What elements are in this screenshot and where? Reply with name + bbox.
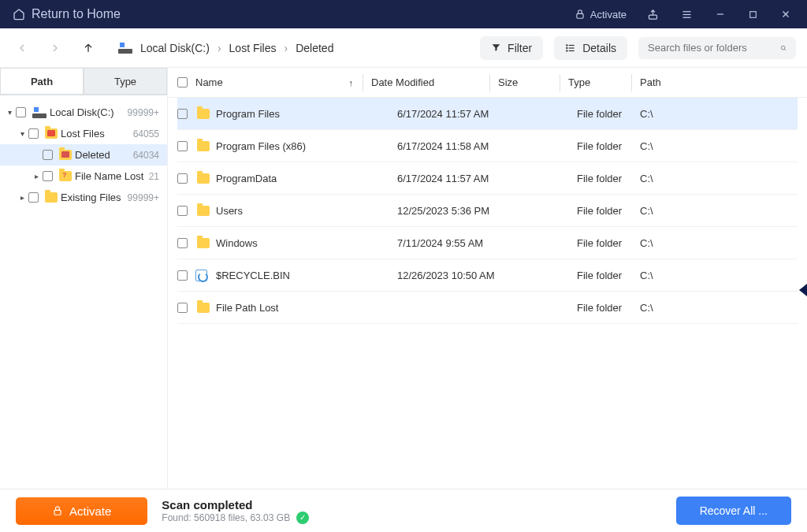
minimize-button[interactable] [705,2,735,26]
minimize-icon [715,9,726,20]
file-checkbox[interactable] [177,173,188,184]
select-all-checkbox[interactable] [177,77,188,87]
recover-all-button[interactable]: Recover All ... [676,497,791,525]
file-row[interactable]: File Path LostFile folderC:\ [177,292,798,324]
file-name: ProgramData [216,173,397,184]
activate-label: Activate [69,504,111,518]
return-home-button[interactable]: Return to Home [6,4,127,24]
folder-lost-icon [45,128,58,139]
column-name[interactable]: Name↑ [195,76,363,88]
file-checkbox[interactable] [177,109,188,119]
file-list-header: Name↑ Date Modified Size Type Path [168,68,807,98]
file-date: 6/17/2024 11:58 AM [397,140,515,152]
toolbar: Local Disk(C:) › Lost Files › Deleted Fi… [0,28,807,68]
tree-item[interactable]: ▸Existing Files99999+ [0,187,167,208]
tree-item[interactable]: Deleted64034 [0,144,167,166]
breadcrumb: Local Disk(C:) › Lost Files › Deleted [110,40,469,56]
share-icon [647,9,659,20]
sidebar-tabs: Path Type [0,68,167,95]
close-button[interactable] [771,2,801,26]
tree-item-label: File Name Lost [75,170,143,182]
folder-icon [197,173,210,184]
column-date[interactable]: Date Modified [371,76,489,88]
nav-forward-button[interactable] [44,37,66,59]
caret-right-icon[interactable]: ▸ [17,193,27,202]
tree-item-count: 64034 [133,150,159,161]
filter-button[interactable]: Filter [480,36,543,60]
file-row[interactable]: Users12/25/2023 5:36 PMFile folderC:\ [177,195,798,227]
file-name: Users [216,205,397,217]
file-row[interactable]: Program Files6/17/2024 11:57 AMFile fold… [177,98,798,130]
file-row[interactable]: $RECYCLE.BIN12/26/2023 10:50 AMFile fold… [177,259,798,292]
lock-icon [52,505,63,516]
folder-icon [197,109,210,119]
tree-checkbox[interactable] [16,107,26,117]
tree-checkbox[interactable] [28,128,39,139]
tab-type[interactable]: Type [84,68,167,95]
file-path: C:\ [640,205,798,217]
file-path: C:\ [640,140,798,152]
file-date: 7/11/2024 9:55 AM [397,237,515,249]
nav-back-button[interactable] [11,37,33,59]
file-path: C:\ [640,108,798,120]
tree-item-label: Lost Files [61,128,105,140]
file-name: Program Files [216,108,397,120]
caret-down-icon[interactable]: ▾ [17,129,27,138]
titlebar-activate-button[interactable]: Activate [567,4,634,25]
file-path: C:\ [640,237,798,249]
titlebar-right: Activate [567,2,801,27]
file-checkbox[interactable] [177,303,188,313]
tree-checkbox[interactable] [28,192,39,203]
breadcrumb-item-1[interactable]: Lost Files [226,40,280,56]
maximize-button[interactable] [738,3,768,26]
menu-button[interactable] [671,2,702,27]
breadcrumb-item-0[interactable]: Local Disk(C:) [137,40,213,56]
file-checkbox[interactable] [177,238,188,248]
activate-button[interactable]: Activate [16,497,147,525]
sidebar: Path Type ▾Local Disk(C:)99999+▾Lost Fil… [0,68,168,489]
tree-item[interactable]: ▸File Name Lost21 [0,166,167,187]
tree-checkbox[interactable] [43,150,53,160]
sort-ascending-icon: ↑ [349,78,354,87]
file-type: File folder [577,140,640,152]
folder-unknown-icon [59,171,72,181]
tree-item[interactable]: ▾Lost Files64055 [0,123,167,144]
search-box[interactable] [638,37,796,59]
side-panel-handle[interactable] [799,284,807,296]
breadcrumb-item-2[interactable]: Deleted [292,40,337,56]
svg-rect-6 [750,11,757,17]
tree-item-label: Deleted [75,149,110,161]
caret-right-icon[interactable]: ▸ [32,172,41,180]
return-home-label: Return to Home [32,7,121,21]
titlebar-activate-label: Activate [590,9,627,20]
folder-icon [197,303,210,313]
tab-path[interactable]: Path [0,68,84,95]
column-size[interactable]: Size [498,76,560,88]
file-type: File folder [577,237,640,249]
column-type[interactable]: Type [568,76,631,88]
search-icon [780,42,787,54]
file-checkbox[interactable] [177,270,188,281]
search-input[interactable] [648,42,780,54]
tree-item-count: 99999+ [128,107,159,118]
details-button[interactable]: Details [554,36,627,60]
file-row[interactable]: ProgramData6/17/2024 11:57 AMFile folder… [177,162,798,195]
nav-up-button[interactable] [77,37,99,59]
file-date: 12/26/2023 10:50 AM [397,270,515,281]
file-path: C:\ [640,302,798,314]
home-icon [13,8,25,20]
file-checkbox[interactable] [177,206,188,216]
column-path[interactable]: Path [640,76,798,88]
svg-point-14 [567,50,567,50]
file-row[interactable]: Windows7/11/2024 9:55 AMFile folderC:\ [177,227,798,259]
tree-item[interactable]: ▾Local Disk(C:)99999+ [0,102,167,123]
arrow-right-icon [49,42,61,54]
file-type: File folder [577,270,640,281]
file-row[interactable]: Program Files (x86)6/17/2024 11:58 AMFil… [177,130,798,162]
file-type: File folder [577,302,640,314]
file-checkbox[interactable] [177,141,188,151]
tree-item-label: Existing Files [61,192,121,203]
caret-down-icon[interactable]: ▾ [5,108,14,117]
share-button[interactable] [638,2,668,27]
tree-checkbox[interactable] [43,171,53,181]
